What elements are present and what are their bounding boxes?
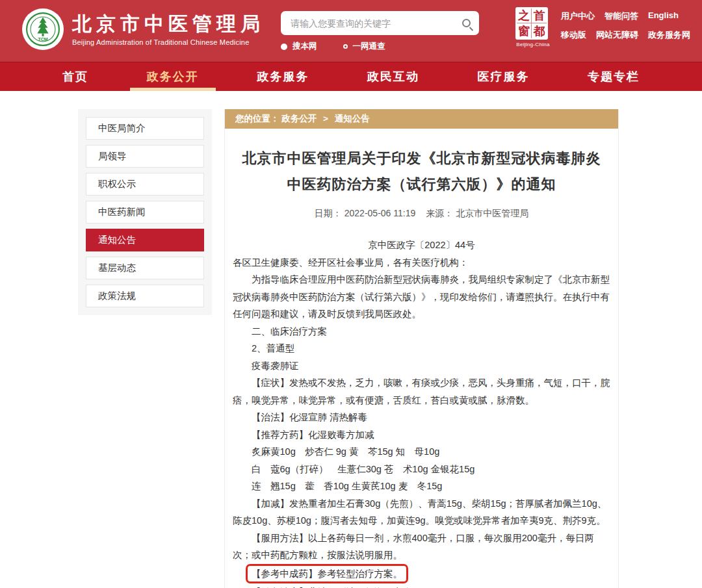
search-box xyxy=(281,11,479,35)
logo-char: 之 xyxy=(517,8,532,23)
capital-window-caption: Beijing-China xyxy=(515,42,551,47)
nav-item-yiliao-fuwu[interactable]: 医疗服务 xyxy=(460,62,546,91)
logo-char: 首 xyxy=(532,8,547,23)
article-paragraph: 【针灸治疗】曲池、列缺、气海、丰隆。 xyxy=(233,583,610,588)
breadcrumb-separator: > xyxy=(323,114,328,123)
portal-links-row1: 用户中心 智能问答 English xyxy=(561,10,690,22)
link-user-center[interactable]: 用户中心 xyxy=(561,10,595,22)
article-paragraph: 二、临床治疗方案 xyxy=(233,323,610,340)
article-paragraph-highlighted: 【参考中成药】参考轻型治疗方案。 xyxy=(233,564,610,583)
link-gov-service-site[interactable]: 政务服务网 xyxy=(648,29,690,41)
article-paragraph: 【加减】发热重者加生石膏30g（先煎）、青蒿15g、柴胡15g；苔厚腻者加佩兰1… xyxy=(233,495,610,530)
capital-window-logo[interactable]: 之 首 窗 都 Beijing-China xyxy=(515,7,551,47)
brand-text: 北京市中医管理局 Beijing Administration of Tradi… xyxy=(72,13,265,46)
breadcrumb-prefix: 您的位置： xyxy=(235,114,280,123)
nav-item-zhengmin-hudong[interactable]: 政民互动 xyxy=(350,62,436,91)
search-scopes: 搜本网 一网通查 xyxy=(281,41,479,52)
content-panel: 您的位置： 政务公开 > 通知公告 北京市中医管理局关于印发《北京市新型冠状病毒… xyxy=(224,109,619,588)
article-paragraph: 【服用方法】以上各药每日一剂，水煎400毫升，口服，每次服用200毫升，每日两次… xyxy=(233,530,610,564)
tcm-logo: TCM xyxy=(22,8,64,50)
article-date-label: 日期： xyxy=(315,208,342,218)
breadcrumb-link-tongzhi-gonggao[interactable]: 通知公告 xyxy=(335,114,370,123)
sidebar-item-leaders[interactable]: 局领导 xyxy=(86,145,204,168)
search-area: 搜本网 一网通查 xyxy=(281,11,479,52)
radio-search-site-label: 搜本网 xyxy=(292,41,317,52)
radio-search-network[interactable]: 一网通查 xyxy=(343,41,385,52)
nav-item-home[interactable]: 首页 xyxy=(46,62,105,91)
article-paragraph: 2、普通型 xyxy=(233,340,610,357)
article-source: 北京市中医管理局 xyxy=(456,208,528,218)
article-date: 2022-05-06 11:19 xyxy=(344,208,416,218)
sidebar-item-notices[interactable]: 通知公告 xyxy=(86,229,204,251)
main-area: 中医局简介 局领导 职权公示 中医药新闻 通知公告 基层动态 政策法规 您的位置… xyxy=(0,91,702,588)
article-paragraph: 【推荐方药】化湿败毒方加减 xyxy=(233,426,610,444)
tcm-logo-icon: TCM xyxy=(26,12,60,46)
portal-links: 用户中心 智能问答 English 移动版 网站无障碍 政务服务网 xyxy=(561,10,690,47)
article-paragraph: 疫毒袭肺证 xyxy=(233,357,610,375)
article: 北京市中医管理局关于印发《北京市新型冠状病毒肺炎中医药防治方案（试行第六版）》的… xyxy=(225,129,618,588)
article-paragraph: 【治法】化湿宣肺 清热解毒 xyxy=(233,409,610,426)
sidebar-menu: 中医局简介 局领导 职权公示 中医药新闻 通知公告 基层动态 政策法规 xyxy=(78,109,212,315)
article-paragraph: 炙麻黄10g 炒杏仁 9g 黄 芩15g 知 母10g xyxy=(233,443,610,461)
sidebar-item-intro[interactable]: 中医局简介 xyxy=(86,117,204,140)
portal-links-row2: 移动版 网站无障碍 政务服务网 xyxy=(561,29,690,41)
radio-search-network-label: 一网通查 xyxy=(353,41,385,52)
sidebar-item-tcm-news[interactable]: 中医药新闻 xyxy=(86,201,204,224)
radio-search-site[interactable]: 搜本网 xyxy=(281,41,317,52)
main-nav: 首页 政务公开 政务服务 政民互动 医疗服务 专题专栏 xyxy=(0,62,702,91)
sidebar-item-grassroots[interactable]: 基层动态 xyxy=(86,257,204,279)
site-subtitle: Beijing Administration of Traditional Ch… xyxy=(72,38,265,46)
article-paragraph: 为指导临床合理应用中医药防治新型冠状病毒肺炎，我局组织专家制定了《北京市新型冠状… xyxy=(233,271,610,323)
site-title: 北京市中医管理局 xyxy=(72,13,265,35)
nav-item-zhengwu-fuwu[interactable]: 政务服务 xyxy=(240,62,326,91)
article-paragraph: 各区卫生健康委、经开区社会事业局，各有关医疗机构： xyxy=(233,254,610,272)
radio-selected-icon xyxy=(281,44,287,50)
radio-unselected-icon xyxy=(343,44,348,49)
breadcrumb: 您的位置： 政务公开 > 通知公告 xyxy=(225,109,618,129)
link-english[interactable]: English xyxy=(648,10,679,22)
article-paragraph: 白 蔻6g（打碎） 生薏仁30g 苍 术10g 金银花15g xyxy=(233,461,610,478)
article-paragraph: 连 翘15g 藿 香10g 生黄芪10g 麦 冬15g xyxy=(233,478,610,495)
svg-text:TCM: TCM xyxy=(38,37,47,42)
logo-char: 窗 xyxy=(517,23,532,38)
search-icon[interactable] xyxy=(462,19,471,27)
sidebar-item-policies[interactable]: 政策法规 xyxy=(86,285,204,307)
article-title: 北京市中医管理局关于印发《北京市新型冠状病毒肺炎中医药防治方案（试行第六版）》的… xyxy=(238,146,605,198)
article-source-label: 来源： xyxy=(426,208,453,218)
article-paragraph: 【症状】发热或不发热，乏力，咳嗽，有痰或少痰，恶风，头身重痛，气短，口干，脘痞，… xyxy=(233,374,610,409)
link-smart-qa[interactable]: 智能问答 xyxy=(604,10,638,22)
highlight-annotation-box: 【参考中成药】参考轻型治疗方案。 xyxy=(246,564,408,583)
breadcrumb-link-zhengwu-gongkai[interactable]: 政务公开 xyxy=(281,114,317,123)
nav-item-zhengwu-gongkai[interactable]: 政务公开 xyxy=(130,62,216,91)
capital-window-logo-icon: 之 首 窗 都 xyxy=(515,7,548,40)
sidebar-item-duties[interactable]: 职权公示 xyxy=(86,173,204,196)
article-meta: 日期：2022-05-06 11:19来源：北京市中医管理局 xyxy=(233,208,610,220)
search-input[interactable] xyxy=(289,18,462,29)
link-mobile-version[interactable]: 移动版 xyxy=(561,29,586,41)
logo-char: 都 xyxy=(532,23,547,38)
portal-area: 之 首 窗 都 Beijing-China 用户中心 智能问答 English … xyxy=(515,7,690,47)
site-header: TCM 北京市中医管理局 Beijing Administration of T… xyxy=(0,0,702,62)
doc-number: 京中医政字〔2022〕44号 xyxy=(233,236,610,254)
site-brand: TCM 北京市中医管理局 Beijing Administration of T… xyxy=(22,8,265,50)
nav-item-zhuanti-zhuanlan[interactable]: 专题专栏 xyxy=(571,62,656,91)
link-accessibility[interactable]: 网站无障碍 xyxy=(596,29,638,41)
